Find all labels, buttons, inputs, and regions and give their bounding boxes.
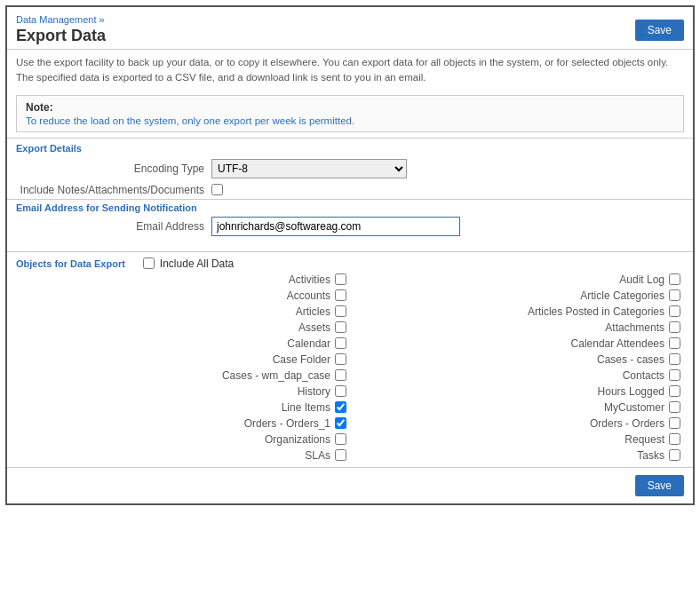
object-left-checkbox[interactable]: [335, 305, 346, 317]
object-right-checkbox[interactable]: [669, 401, 680, 413]
include-notes-label: Include Notes/Attachments/Documents: [16, 184, 211, 196]
object-right-name: Request: [624, 433, 664, 446]
object-right-row: Hours Logged: [350, 384, 684, 400]
object-right-name: Orders - Orders: [590, 417, 664, 430]
object-left-row: Organizations: [16, 432, 350, 448]
object-right-name: Article Categories: [580, 289, 664, 302]
object-left-checkbox[interactable]: [335, 449, 346, 461]
object-left-checkbox[interactable]: [335, 369, 346, 381]
object-left-name: Calendar: [287, 337, 330, 350]
titles: Data Management » Export Data: [16, 14, 106, 45]
email-address-input[interactable]: [211, 217, 460, 236]
object-left-checkbox[interactable]: [335, 433, 346, 445]
object-left-checkbox[interactable]: [335, 337, 346, 349]
object-right-row: Tasks: [350, 448, 684, 463]
email-address-label: Email Address: [16, 220, 211, 233]
object-left-checkbox[interactable]: [335, 385, 346, 397]
email-address-row: Email Address: [7, 214, 693, 239]
description-text: Use the export facility to back up your …: [7, 50, 693, 90]
objects-section-label: Objects for Data Export: [16, 258, 125, 269]
object-right-checkbox[interactable]: [669, 305, 680, 317]
encoding-type-label: Encoding Type: [16, 162, 211, 175]
object-left-row: Line Items: [16, 400, 350, 416]
object-left-checkbox[interactable]: [335, 417, 346, 429]
include-all-label: Include All Data: [160, 257, 234, 270]
object-left-name: Articles: [296, 305, 330, 318]
object-left-checkbox[interactable]: [335, 353, 346, 365]
note-box: Note: To reduce the load on the system, …: [16, 95, 684, 132]
object-left-checkbox[interactable]: [335, 321, 346, 333]
object-right-checkbox[interactable]: [669, 417, 680, 429]
object-left-checkbox[interactable]: [335, 289, 346, 301]
object-left-name: Case Folder: [273, 353, 330, 366]
object-right-checkbox[interactable]: [669, 449, 680, 461]
object-right-row: Article Categories: [350, 288, 684, 304]
save-button-bottom[interactable]: Save: [635, 475, 684, 496]
objects-divider: [7, 251, 693, 252]
object-left-row: Calendar: [16, 336, 350, 352]
object-left-name: Orders - Orders_1: [244, 417, 330, 430]
object-right-name: Hours Logged: [598, 385, 664, 398]
object-left-row: History: [16, 384, 350, 400]
object-right-checkbox[interactable]: [669, 353, 680, 365]
object-right-name: Contacts: [623, 369, 664, 382]
object-right-name: Audit Log: [619, 273, 664, 286]
encoding-type-row: Encoding Type UTF-8 ISO-8859-1 UTF-16: [7, 156, 693, 181]
include-notes-checkbox[interactable]: [211, 184, 223, 195]
object-right-name: Calendar Attendees: [571, 337, 664, 350]
email-section-label: Email Address for Sending Notification: [7, 199, 693, 214]
object-right-checkbox[interactable]: [669, 385, 680, 397]
object-left-row: Activities: [16, 272, 350, 288]
encoding-type-select[interactable]: UTF-8 ISO-8859-1 UTF-16: [211, 159, 407, 178]
object-right-row: Cases - cases: [350, 352, 684, 368]
object-left-name: Organizations: [265, 433, 330, 446]
objects-grid: ActivitiesAudit LogAccountsArticle Categ…: [16, 272, 684, 463]
object-right-row: Request: [350, 432, 684, 448]
header: Data Management » Export Data Save: [7, 7, 693, 50]
object-left-checkbox[interactable]: [335, 401, 346, 413]
note-label: Note:: [26, 101, 674, 114]
object-left-name: Line Items: [282, 401, 330, 414]
main-container: Data Management » Export Data Save Use t…: [5, 5, 695, 505]
object-right-checkbox[interactable]: [669, 289, 680, 301]
object-left-row: Cases - wm_dap_case: [16, 368, 350, 384]
object-left-row: Orders - Orders_1: [16, 416, 350, 432]
object-right-row: Contacts: [350, 368, 684, 384]
object-right-name: Attachments: [605, 321, 664, 334]
object-left-row: Case Folder: [16, 352, 350, 368]
object-left-name: Activities: [289, 273, 330, 286]
object-right-checkbox[interactable]: [669, 433, 680, 445]
include-all-checkbox[interactable]: [143, 257, 155, 269]
save-button-top[interactable]: Save: [635, 20, 684, 41]
object-left-checkbox[interactable]: [335, 273, 346, 285]
object-left-name: Cases - wm_dap_case: [222, 369, 330, 382]
objects-section: Objects for Data Export Include All Data…: [7, 254, 693, 463]
object-right-row: Attachments: [350, 320, 684, 336]
object-right-row: MyCustomer: [350, 400, 684, 416]
footer: Save: [7, 467, 693, 503]
object-left-row: Accounts: [16, 288, 350, 304]
object-right-name: Articles Posted in Categories: [528, 305, 664, 318]
object-right-name: MyCustomer: [604, 401, 664, 414]
object-left-row: Articles: [16, 304, 350, 320]
object-right-name: Tasks: [637, 449, 664, 462]
object-left-name: History: [298, 385, 330, 398]
object-right-row: Articles Posted in Categories: [350, 304, 684, 320]
export-details-label: Export Details: [7, 138, 693, 156]
object-right-checkbox[interactable]: [669, 369, 680, 381]
objects-header: Objects for Data Export Include All Data: [16, 254, 684, 272]
object-left-name: SLAs: [305, 449, 330, 462]
object-left-name: Assets: [298, 321, 330, 334]
object-right-row: Audit Log: [350, 272, 684, 288]
page-title: Export Data: [16, 27, 106, 45]
object-right-name: Cases - cases: [597, 353, 664, 366]
object-right-checkbox[interactable]: [669, 273, 680, 285]
header-row: Data Management » Export Data Save: [16, 14, 684, 45]
object-left-row: Assets: [16, 320, 350, 336]
object-right-checkbox[interactable]: [669, 321, 680, 333]
object-right-row: Calendar Attendees: [350, 336, 684, 352]
note-text: To reduce the load on the system, only o…: [26, 115, 674, 126]
breadcrumb[interactable]: Data Management »: [16, 14, 106, 25]
object-right-checkbox[interactable]: [669, 337, 680, 349]
include-notes-row: Include Notes/Attachments/Documents: [7, 181, 693, 199]
